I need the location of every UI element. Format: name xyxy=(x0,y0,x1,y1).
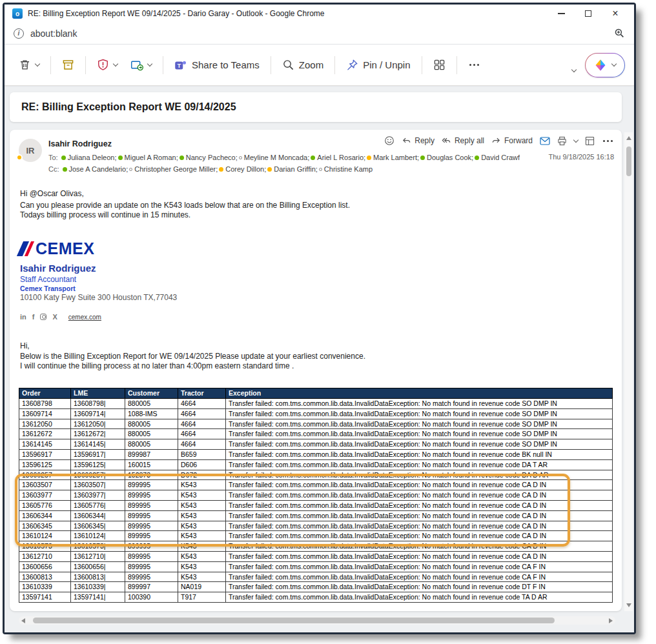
scroll-left-arrow-icon[interactable] xyxy=(21,618,25,623)
forward-button[interactable]: Forward xyxy=(504,136,533,145)
recipient-name: Jose A Candelario; xyxy=(69,165,128,173)
table-cell: K543 xyxy=(178,521,226,531)
zoom-button[interactable]: Zoom xyxy=(277,54,329,75)
chevron-down-icon[interactable] xyxy=(573,137,579,142)
recipient[interactable]: Miguel A Roman; xyxy=(118,154,178,161)
reply-icon[interactable] xyxy=(402,136,411,146)
reply-all-button[interactable]: Reply all xyxy=(455,136,484,145)
presence-available-icon xyxy=(420,156,425,160)
pin-unpin-button[interactable]: Pin / Unpin xyxy=(341,54,415,75)
reading-pane-icon[interactable] xyxy=(585,136,595,146)
outlook-favicon-icon: o xyxy=(12,8,23,19)
maximize-button[interactable] xyxy=(575,5,602,23)
more-commands-button[interactable] xyxy=(463,59,486,70)
table-cell: 13609714 xyxy=(19,408,71,419)
table-cell: 899995 xyxy=(125,480,178,490)
table-cell: 13610339 xyxy=(19,582,71,592)
copilot-button[interactable] xyxy=(585,53,625,77)
delete-button[interactable] xyxy=(14,54,45,75)
table-cell: Transfer failed: com.tms.common.lib.data… xyxy=(226,449,613,459)
to-recipients: Juliana Deleon;Miguel A Roman;Nancy Pach… xyxy=(61,154,520,161)
recipient[interactable]: Ariel L Rosario; xyxy=(311,154,365,161)
facebook-icon[interactable]: f xyxy=(32,313,35,321)
reply-button[interactable]: Reply xyxy=(415,136,435,145)
table-header-cell: Order xyxy=(19,388,71,399)
move-to-button[interactable] xyxy=(125,54,157,75)
recipient[interactable]: Darian Griffin; xyxy=(267,165,318,173)
recipient[interactable]: Christopher George Miller; xyxy=(129,165,218,173)
apps-button[interactable] xyxy=(428,54,451,75)
recipient[interactable]: Mark Lambert; xyxy=(367,154,419,161)
signature-website-link[interactable]: cemex.com xyxy=(68,314,101,321)
scroll-up-arrow-icon[interactable] xyxy=(626,136,631,140)
add-reaction-icon[interactable] xyxy=(384,136,395,146)
magnifier-icon xyxy=(282,59,294,71)
recipient[interactable]: Corey Dillon; xyxy=(219,165,266,173)
recipient[interactable]: David Crawford; xyxy=(475,154,520,161)
recipient-name: Ariel L Rosario; xyxy=(317,154,365,161)
recipient[interactable]: Jose A Candelario; xyxy=(63,165,128,173)
recipient[interactable]: Christine Kamp xyxy=(319,165,373,173)
table-cell: K543 xyxy=(178,551,226,561)
instagram-icon[interactable] xyxy=(40,314,46,320)
toolbar-divider xyxy=(50,56,51,74)
body-paragraph: Todays billing process will continue in … xyxy=(20,210,190,219)
recipient[interactable]: Juliana Deleon; xyxy=(61,154,117,161)
cc-label: Cc: xyxy=(48,165,59,173)
forward-icon[interactable] xyxy=(491,136,501,146)
table-cell: Transfer failed: com.tms.common.lib.data… xyxy=(226,408,613,419)
recipient[interactable]: Nancy Pacheco; xyxy=(179,154,238,161)
copilot-icon xyxy=(594,59,607,72)
message-actions: Reply Reply all Forward xyxy=(384,136,614,146)
share-to-teams-button[interactable]: T Share to Teams xyxy=(169,54,265,76)
table-cell: Transfer failed: com.tms.common.lib.data… xyxy=(226,470,613,480)
x-icon[interactable]: X xyxy=(52,313,57,321)
page-info-icon[interactable]: i xyxy=(14,28,24,39)
mail-icon[interactable] xyxy=(540,136,550,146)
horizontal-scrollbar[interactable] xyxy=(19,616,615,625)
sender-name[interactable]: Isahir Rodriguez xyxy=(48,139,112,148)
presence-offline-icon xyxy=(319,168,322,171)
reply-all-icon[interactable] xyxy=(442,136,451,146)
recipient[interactable]: Meyline M Moncada; xyxy=(239,154,310,161)
toolbar-collapse-chevron-icon[interactable] xyxy=(571,66,577,72)
table-cell: 899995 xyxy=(125,541,178,552)
table-row: 1360081313600813|899995K543Transfer fail… xyxy=(19,572,613,582)
table-cell: Transfer failed: com.tms.common.lib.data… xyxy=(226,561,613,572)
recipient-name: Meyline M Moncada; xyxy=(244,154,310,161)
linkedin-icon[interactable]: in xyxy=(20,313,26,321)
toolbar-divider xyxy=(85,56,86,74)
email-subject: RE: Billing Exception Report WE 09/14/20… xyxy=(21,101,236,113)
table-cell: 13600656 xyxy=(19,561,71,572)
table-cell: 880005 xyxy=(125,399,178,409)
table-cell: 13603977 xyxy=(19,490,71,501)
browser-zoom-icon[interactable] xyxy=(614,28,625,39)
table-cell: Transfer failed: com.tms.common.lib.data… xyxy=(226,572,613,582)
archive-button[interactable] xyxy=(57,54,79,75)
vertical-scrollbar[interactable] xyxy=(624,132,633,611)
table-cell: 899997 xyxy=(125,582,178,592)
pin-unpin-label: Pin / Unpin xyxy=(363,59,410,70)
minimize-button[interactable] xyxy=(548,5,575,23)
signature-name: Isahir Rodriguez xyxy=(20,263,96,274)
horizontal-scrollbar-thumb[interactable] xyxy=(33,618,555,623)
scroll-down-arrow-icon[interactable] xyxy=(626,603,631,607)
table-cell: 880005 xyxy=(125,419,178,429)
recipient[interactable]: Douglas Cook; xyxy=(420,154,473,161)
table-cell: Transfer failed: com.tms.common.lib.data… xyxy=(226,480,613,490)
apps-grid-icon xyxy=(433,59,446,71)
table-cell: 160015 xyxy=(125,459,178,470)
message-more-icon[interactable] xyxy=(602,140,614,142)
report-button[interactable] xyxy=(92,54,123,75)
print-icon[interactable] xyxy=(557,136,567,146)
close-button[interactable]: × xyxy=(602,5,629,23)
trash-icon xyxy=(19,59,31,71)
table-row: 1360397713603977|899995K543Transfer fail… xyxy=(19,490,613,501)
scroll-right-arrow-icon[interactable] xyxy=(609,618,613,623)
table-row: 1360971413609714|1088-IMS4664Transfer fa… xyxy=(19,408,613,419)
signature-company: Cemex Transport xyxy=(20,285,76,292)
table-cell: 13605776 xyxy=(19,500,71,510)
vertical-scrollbar-thumb[interactable] xyxy=(626,146,631,176)
share-to-teams-label: Share to Teams xyxy=(192,59,260,70)
address-url[interactable]: about:blank xyxy=(30,28,77,39)
